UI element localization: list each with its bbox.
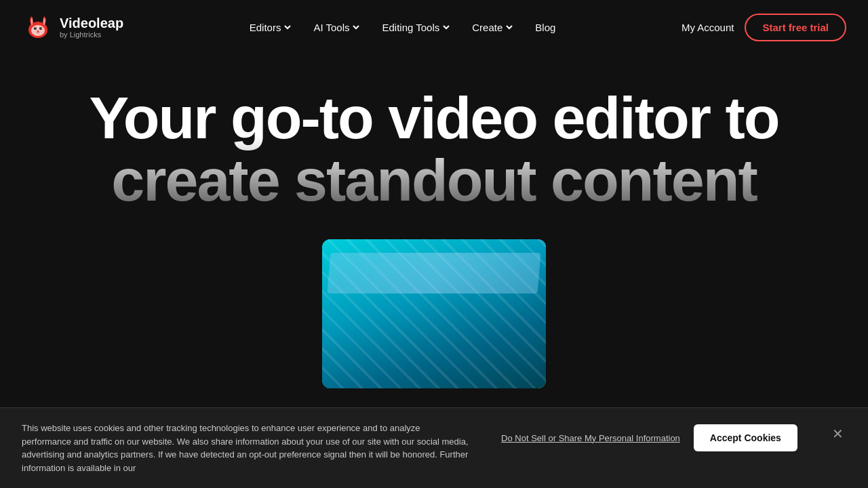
svg-point-7 <box>37 30 39 32</box>
videoleap-logo-icon <box>22 11 54 43</box>
svg-point-3 <box>34 27 37 30</box>
nav-ai-tools-label: AI Tools <box>313 22 349 33</box>
chevron-down-icon-4 <box>505 23 513 31</box>
my-account-link[interactable]: My Account <box>682 22 734 33</box>
nav-blog-label: Blog <box>535 22 555 33</box>
nav-item-editing-tools[interactable]: Editing Tools <box>372 16 460 39</box>
nav-editing-tools-label: Editing Tools <box>382 22 439 33</box>
svg-point-6 <box>41 28 41 28</box>
start-trial-button[interactable]: Start free trial <box>745 14 846 41</box>
nav-create-label: Create <box>472 22 502 33</box>
hero-section: Your go-to video editor to create stando… <box>0 54 868 388</box>
navbar: Videoleap by Lightricks Editors AI Tools… <box>0 0 868 54</box>
nav-item-ai-tools[interactable]: AI Tools <box>304 16 370 39</box>
accept-cookies-button[interactable]: Accept Cookies <box>694 424 797 451</box>
logo-subtitle: by Lightricks <box>60 30 123 39</box>
logo-area: Videoleap by Lightricks <box>22 11 123 43</box>
hero-heading: Your go-to video editor to create stando… <box>90 87 779 212</box>
svg-point-4 <box>39 27 42 30</box>
svg-point-5 <box>35 28 36 28</box>
nav-item-blog[interactable]: Blog <box>526 16 565 39</box>
logo-title: Videoleap <box>60 16 123 30</box>
cookie-text: This website uses cookies and other trac… <box>22 422 469 474</box>
hero-image <box>322 239 546 388</box>
hero-heading-line2: create standout content <box>111 146 756 214</box>
nav-links: Editors AI Tools Editing Tools Create Bl… <box>240 16 566 39</box>
cookie-actions: Do Not Sell or Share My Personal Informa… <box>501 424 797 451</box>
nav-editors-label: Editors <box>250 22 281 33</box>
logo-text: Videoleap by Lightricks <box>60 16 123 39</box>
chevron-down-icon-2 <box>352 23 360 31</box>
do-not-sell-link[interactable]: Do Not Sell or Share My Personal Informa… <box>501 433 680 443</box>
cookie-banner: This website uses cookies and other trac… <box>0 407 868 488</box>
chevron-down-icon <box>283 23 292 31</box>
nav-item-create[interactable]: Create <box>462 16 523 39</box>
close-cookie-button[interactable]: ✕ <box>829 423 846 445</box>
nav-right: My Account Start free trial <box>682 14 846 41</box>
nav-item-editors[interactable]: Editors <box>240 16 302 39</box>
chevron-down-icon-3 <box>442 23 450 31</box>
hero-heading-line1: Your go-to video editor to <box>90 84 779 151</box>
hero-video-preview <box>322 239 546 388</box>
